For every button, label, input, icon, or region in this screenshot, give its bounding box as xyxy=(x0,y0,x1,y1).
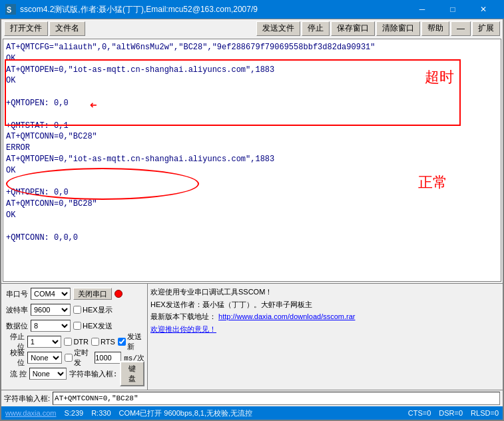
rlsd-status: RLSD=0 xyxy=(471,409,499,417)
bottom-panel: 串口号 COM4 关闭串口 波特率 9600 HEX显示 数据位 xyxy=(1,283,503,390)
clear-window-button[interactable]: 清除窗口 xyxy=(376,21,420,36)
term-line-9: ERROR xyxy=(6,143,498,154)
port-status: COM4已打开 9600bps,8,1,无校验,无流控 xyxy=(119,408,253,418)
stopbit-select[interactable]: 1 xyxy=(27,336,62,348)
window-controls: ─ □ ✕ xyxy=(407,0,499,19)
keyboard-button-left[interactable]: 键盘 xyxy=(120,361,144,386)
info-line-4: 欢迎推出你的意见！ xyxy=(150,324,500,335)
dir-label: DTR xyxy=(73,338,89,346)
rts-check[interactable]: RTS xyxy=(91,338,115,346)
term-line-4 xyxy=(6,87,498,98)
timeout-label: 超时 xyxy=(425,67,454,87)
app-icon: S xyxy=(5,4,16,15)
close-port-button[interactable]: 关闭串口 xyxy=(73,288,112,300)
maximize-button[interactable]: □ xyxy=(437,0,468,19)
term-line-10: AT+QMTOPEN=0,"iot-as-mqtt.cn-shanghai.al… xyxy=(6,154,498,165)
cts-status: CTS=0 xyxy=(408,409,431,417)
flow-select[interactable]: None xyxy=(29,368,67,380)
baud-label: 波特率 xyxy=(4,305,28,315)
main-window: 打开文件 文件名 发送文件 停止 保存窗口 清除窗口 帮助 — 扩展 AT+QM… xyxy=(0,19,504,421)
filename-button[interactable]: 文件名 xyxy=(49,21,85,36)
close-button[interactable]: ✕ xyxy=(468,0,499,19)
timeout-arrow: ➜ xyxy=(90,98,97,113)
parity-select[interactable]: None xyxy=(27,352,62,364)
term-line-7: +QMTSTAT: 0,1 xyxy=(6,121,498,132)
normal-label: 正常 xyxy=(418,173,447,193)
timer-value[interactable]: 1000 xyxy=(95,352,121,364)
hex-send-checkbox[interactable] xyxy=(73,322,81,330)
databit-label: 数据位 xyxy=(4,321,28,331)
send-file-button[interactable]: 发送文件 xyxy=(256,21,300,36)
send-new-checkbox[interactable] xyxy=(118,338,126,346)
hex-send-label: HEX发送 xyxy=(83,321,113,331)
term-line-14: AT+QMTCONN=0,"BC28" xyxy=(6,199,498,210)
port-indicator xyxy=(115,290,123,298)
statusbar: www.daxia.com S:239 R:330 COM4已打开 9600bp… xyxy=(1,406,503,420)
expand-button[interactable]: 扩展 xyxy=(472,21,500,36)
port-select[interactable]: COM4 xyxy=(31,288,71,300)
info-line-3: 最新版本下载地址： http://www.daxia.com/download/… xyxy=(150,311,500,322)
char-input-label: 字符串输入框: xyxy=(69,369,118,379)
term-line-6 xyxy=(6,109,498,121)
hex-display-label: HEX显示 xyxy=(83,305,113,315)
baud-select[interactable]: 9600 xyxy=(31,304,71,316)
parity-label: 校验位 xyxy=(4,348,25,368)
window-title: sscom4.2测试版,作者:聂小猛(丁丁),Email:mcu52@163.c… xyxy=(20,4,407,15)
terminal-output[interactable]: AT+QMTCFG="aliauth",0,"altW6nsMu2w","BC2… xyxy=(3,39,501,282)
databit-row: 数据位 8 HEX发送 xyxy=(4,318,144,333)
term-line-16 xyxy=(6,221,498,232)
welcome-text: 欢迎使用专业串口调试工具SSCOM！ xyxy=(150,288,272,296)
minimize-button[interactable]: ─ xyxy=(407,0,437,19)
dir-checkbox[interactable] xyxy=(64,338,72,346)
flow-row: 流 控 None 字符串输入框: 键盘 xyxy=(4,366,144,381)
titlebar: S sscom4.2测试版,作者:聂小猛(丁丁),Email:mcu52@163… xyxy=(0,0,504,19)
svg-text:S: S xyxy=(7,6,11,15)
send-new-label: 发送新 xyxy=(127,332,144,352)
hex-display-checkbox[interactable] xyxy=(73,306,81,314)
right-info: 欢迎使用专业串口调试工具SSCOM！ HEX发送作者：聂小猛（丁丁）。大虾串子网… xyxy=(148,284,503,390)
download-pre: 最新版本下载地址： xyxy=(150,312,216,320)
rts-label: RTS xyxy=(101,338,115,346)
term-line-17: +QMTCONN: 0,0,0 xyxy=(6,232,498,244)
flow-label: 流 控 xyxy=(4,369,27,379)
rts-checkbox[interactable] xyxy=(91,338,99,346)
info-line-1: 欢迎使用专业串口调试工具SSCOM！ xyxy=(150,286,500,298)
website-link[interactable]: www.daxia.com xyxy=(5,409,56,417)
sent-count: S:239 xyxy=(64,409,83,417)
minus-button[interactable]: — xyxy=(451,21,471,36)
port-row: 串口号 COM4 关闭串口 xyxy=(4,286,144,301)
term-line-8: AT+QMTCONN=0,"BC28" xyxy=(6,131,498,143)
help-button[interactable]: 帮助 xyxy=(421,21,449,36)
term-line-5: +QMTOPEN: 0,0 xyxy=(6,98,498,109)
dsr-status: DSR=0 xyxy=(439,409,463,417)
send-new-check[interactable]: 发送新 xyxy=(118,332,144,352)
term-line-15: OK xyxy=(6,210,498,221)
stopbit-row: 停止位 1 DTR RTS 发送新 xyxy=(4,334,144,349)
hex-send-check[interactable]: HEX发送 xyxy=(73,321,113,331)
timer-checkbox[interactable] xyxy=(65,354,73,362)
port-label: 串口号 xyxy=(4,289,28,299)
dir-check[interactable]: DTR xyxy=(64,338,89,346)
hex-author-text: HEX发送作者：聂小猛（丁丁）。大虾串子网板主 xyxy=(150,300,312,308)
baud-row: 波特率 9600 HEX显示 xyxy=(4,302,144,317)
save-window-button[interactable]: 保存窗口 xyxy=(331,21,375,36)
command-input[interactable] xyxy=(53,392,500,405)
stop-button[interactable]: 停止 xyxy=(302,21,330,36)
timer-check[interactable]: 定时发 xyxy=(65,348,92,368)
info-line-2: HEX发送作者：聂小猛（丁丁）。大虾串子网板主 xyxy=(150,299,500,310)
term-line-0: AT+QMTCFG="aliauth",0,"altW6nsMu2w","BC2… xyxy=(6,42,498,53)
input-label: 字符串输入框: xyxy=(4,394,50,404)
recv-count: R:330 xyxy=(91,409,111,417)
term-line-1: OK xyxy=(6,53,498,65)
toolbar: 打开文件 文件名 发送文件 停止 保存窗口 清除窗口 帮助 — 扩展 xyxy=(1,19,503,37)
open-file-button[interactable]: 打开文件 xyxy=(4,21,48,36)
download-link[interactable]: http://www.daxia.com/download/sscom.rar xyxy=(218,312,355,320)
timer-label: 定时发 xyxy=(74,348,92,368)
left-controls: 串口号 COM4 关闭串口 波特率 9600 HEX显示 数据位 xyxy=(1,284,148,390)
hex-display-check[interactable]: HEX显示 xyxy=(73,305,113,315)
databit-select[interactable]: 8 xyxy=(31,320,71,332)
feedback-link[interactable]: 欢迎推出你的意见！ xyxy=(150,325,216,333)
input-row: 字符串输入框: xyxy=(1,390,503,406)
content-area: AT+QMTCFG="aliauth",0,"altW6nsMu2w","BC2… xyxy=(1,37,503,283)
